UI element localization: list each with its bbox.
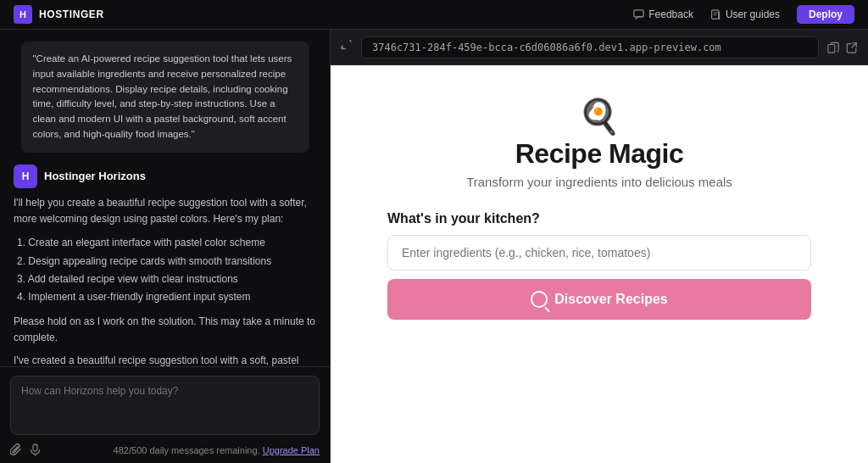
discover-label: Discover Recipes — [554, 292, 667, 307]
copy-icon — [827, 42, 839, 53]
plan-list: 1. Create an elegant interface with past… — [14, 234, 316, 307]
plan-item-1: 1. Create an elegant interface with past… — [17, 234, 316, 251]
top-nav: H HOSTINGER Feedback User guides Deploy — [0, 0, 868, 30]
browser-bar — [331, 30, 868, 65]
prompt-bubble: "Create an AI-powered recipe suggestion … — [21, 42, 309, 153]
external-link-icon — [846, 42, 858, 53]
deploy-button[interactable]: Deploy — [797, 5, 854, 24]
plan-item-2: 2. Design appealing recipe cards with sm… — [17, 253, 316, 270]
recipe-app: 🍳 Recipe Magic Transform your ingredient… — [387, 99, 811, 320]
assistant-section: H Hostinger Horizons I'll help you creat… — [14, 161, 316, 366]
attachment-button[interactable] — [10, 443, 23, 456]
kitchen-section: What's in your kitchen? Discover Recipes — [387, 211, 811, 320]
chat-messages: "Create an AI-powered recipe suggestion … — [0, 30, 330, 366]
microphone-icon — [30, 443, 41, 456]
main-layout: "Create an AI-powered recipe suggestion … — [0, 30, 868, 463]
message-count-text: 482/500 daily messages remaining. Upgrad… — [114, 445, 320, 455]
attachment-icon — [10, 443, 23, 456]
app-preview: 🍳 Recipe Magic Transform your ingredient… — [331, 65, 868, 463]
kitchen-label: What's in your kitchen? — [387, 211, 811, 226]
left-panel: "Create an AI-powered recipe suggestion … — [0, 30, 331, 463]
browser-icon-group — [827, 42, 858, 53]
refresh-icon — [341, 40, 353, 52]
hostinger-logo-icon: H — [14, 5, 32, 24]
feedback-icon — [633, 9, 644, 20]
status-line-1: Please hold on as I work on the solution… — [14, 314, 316, 346]
browser-refresh-button[interactable] — [341, 40, 353, 54]
right-panel: 🍳 Recipe Magic Transform your ingredient… — [331, 30, 868, 463]
assistant-name: Hostinger Horizons — [44, 170, 146, 182]
recipe-app-icon: 🍳 — [578, 99, 620, 133]
svg-rect-0 — [634, 9, 643, 16]
chat-input[interactable] — [10, 376, 320, 435]
chat-footer: 482/500 daily messages remaining. Upgrad… — [10, 438, 320, 456]
recipe-app-title: Recipe Magic — [515, 138, 684, 170]
status-line-2: I've created a beautiful recipe suggesti… — [14, 353, 316, 366]
discover-search-icon — [531, 291, 548, 308]
plan-item-3: 3. Add detailed recipe view with clear i… — [17, 271, 316, 287]
microphone-button[interactable] — [30, 443, 41, 456]
discover-recipes-button[interactable]: Discover Recipes — [387, 279, 811, 320]
chat-input-area: 482/500 daily messages remaining. Upgrad… — [0, 366, 330, 463]
logo-area: H HOSTINGER — [14, 5, 633, 24]
assistant-intro: I'll help you create a beautiful recipe … — [14, 195, 316, 227]
svg-rect-4 — [828, 44, 835, 53]
plan-item-4: 4. Implement a user-friendly ingredient … — [17, 288, 316, 305]
feedback-button[interactable]: Feedback — [633, 8, 693, 20]
svg-rect-2 — [33, 444, 37, 451]
nav-actions: Feedback User guides Deploy — [633, 5, 854, 24]
assistant-avatar: H — [14, 165, 37, 188]
assistant-header: H Hostinger Horizons — [14, 165, 316, 188]
browser-open-button[interactable] — [846, 42, 858, 53]
ingredient-input[interactable] — [387, 235, 811, 271]
recipe-app-subtitle: Transform your ingredients into deliciou… — [466, 175, 732, 189]
user-guides-icon — [710, 9, 721, 20]
user-guides-button[interactable]: User guides — [710, 8, 780, 20]
browser-copy-button[interactable] — [827, 42, 839, 53]
upgrade-plan-link[interactable]: Upgrade Plan — [263, 445, 320, 455]
logo-text: HOSTINGER — [39, 8, 104, 20]
chat-icon-group — [10, 443, 41, 456]
browser-url-input[interactable] — [361, 36, 819, 59]
